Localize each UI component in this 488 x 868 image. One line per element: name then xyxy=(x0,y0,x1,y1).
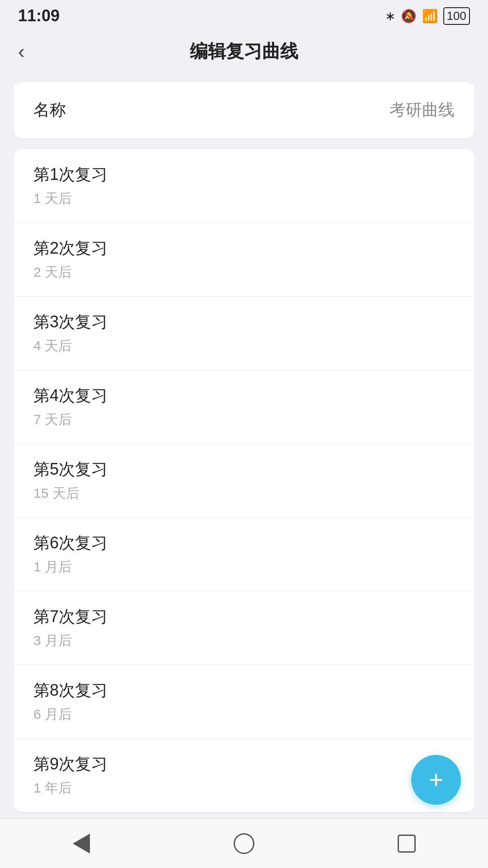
back-button[interactable]: ‹ xyxy=(18,42,25,61)
review-item-subtitle: 7 天后 xyxy=(33,410,455,429)
review-item-title: 第1次复习 xyxy=(33,164,455,186)
status-time: 11:09 xyxy=(18,6,60,25)
name-label: 名称 xyxy=(33,99,66,121)
review-item[interactable]: 第2次复习2 天后 xyxy=(14,223,474,297)
header: ‹ 编辑复习曲线 xyxy=(0,30,488,77)
review-item[interactable]: 第1次复习1 天后 xyxy=(14,149,474,223)
name-card[interactable]: 名称 考研曲线 xyxy=(14,82,474,138)
review-item[interactable]: 第5次复习15 天后 xyxy=(14,444,474,518)
status-bar: 11:09 ∗ 🔕 📶 100 xyxy=(0,0,488,30)
bluetooth-icon: ∗ xyxy=(385,9,395,24)
review-item-subtitle: 3 月后 xyxy=(33,632,455,650)
content-area: 名称 考研曲线 第1次复习1 天后第2次复习2 天后第3次复习4 天后第4次复习… xyxy=(0,77,488,868)
review-item-subtitle: 15 天后 xyxy=(33,484,455,503)
notification-icon: 🔕 xyxy=(401,9,417,24)
nav-home-button[interactable] xyxy=(226,826,262,862)
review-item-subtitle: 1 年后 xyxy=(33,779,455,797)
back-triangle-icon xyxy=(73,834,90,854)
review-item[interactable]: 第9次复习1 年后 xyxy=(14,739,474,812)
review-item-subtitle: 1 月后 xyxy=(33,558,455,576)
review-item-title: 第9次复习 xyxy=(33,753,455,775)
review-item[interactable]: 第3次复习4 天后 xyxy=(14,297,474,370)
review-item[interactable]: 第4次复习7 天后 xyxy=(14,370,474,444)
name-value: 考研曲线 xyxy=(389,99,455,121)
nav-back-button[interactable] xyxy=(63,826,99,862)
review-item[interactable]: 第7次复习3 月后 xyxy=(14,591,474,665)
bottom-navigation xyxy=(0,818,488,868)
nav-recents-button[interactable] xyxy=(389,826,425,862)
home-circle-icon xyxy=(234,833,254,854)
review-item-title: 第4次复习 xyxy=(33,385,455,407)
battery-icon: 100 xyxy=(443,7,470,25)
review-item-title: 第6次复习 xyxy=(33,532,455,554)
wifi-icon: 📶 xyxy=(422,9,438,24)
review-list: 第1次复习1 天后第2次复习2 天后第3次复习4 天后第4次复习7 天后第5次复… xyxy=(14,149,474,812)
add-review-button[interactable]: + xyxy=(411,755,461,805)
review-item-title: 第8次复习 xyxy=(33,679,455,702)
recents-square-icon xyxy=(398,835,416,853)
review-item-title: 第2次复习 xyxy=(33,237,455,259)
page-title: 编辑复习曲线 xyxy=(190,39,298,64)
review-item-subtitle: 2 天后 xyxy=(33,263,455,282)
review-item-title: 第3次复习 xyxy=(33,311,455,333)
status-icons: ∗ 🔕 📶 100 xyxy=(385,7,470,25)
review-item[interactable]: 第6次复习1 月后 xyxy=(14,518,474,591)
review-item-subtitle: 6 月后 xyxy=(33,705,455,724)
review-item-subtitle: 1 天后 xyxy=(33,189,455,208)
review-item[interactable]: 第8次复习6 月后 xyxy=(14,665,474,739)
review-item-title: 第5次复习 xyxy=(33,458,455,481)
review-item-subtitle: 4 天后 xyxy=(33,337,455,355)
add-icon: + xyxy=(429,767,444,793)
review-item-title: 第7次复习 xyxy=(33,606,455,628)
